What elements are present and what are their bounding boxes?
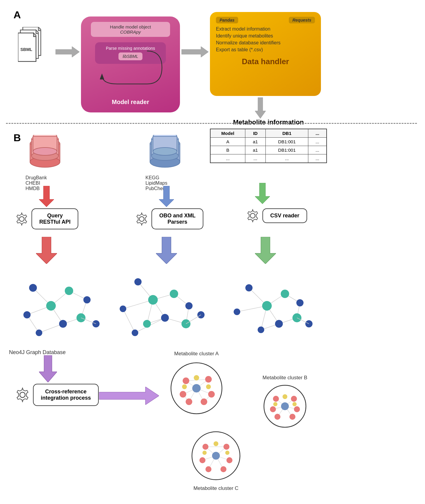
cluster-a-label: Metabolite cluster A — [168, 351, 225, 357]
table-cell: DB1:001 — [265, 138, 308, 146]
cluster-b-label: Metabolite cluster B — [261, 375, 309, 381]
dashed-divider — [6, 123, 417, 124]
svg-point-153 — [226, 457, 232, 463]
svg-point-49 — [65, 287, 73, 295]
table-header-db1: DB1 — [265, 129, 308, 138]
svg-point-92 — [245, 284, 253, 291]
svg-point-52 — [83, 296, 91, 303]
svg-marker-99 — [39, 355, 57, 382]
svg-point-33 — [19, 216, 24, 221]
gear-icon-csv — [246, 209, 259, 222]
query-api-box: Query RESTful API — [31, 208, 78, 229]
gear-icon-query — [15, 212, 28, 226]
arrow-green-down — [255, 183, 270, 205]
svg-point-131 — [273, 396, 279, 402]
svg-point-118 — [208, 391, 215, 398]
svg-point-136 — [283, 394, 287, 399]
svg-line-79 — [186, 315, 201, 324]
svg-point-77 — [132, 330, 138, 336]
db-label-chebi: CHEBI — [25, 180, 66, 186]
svg-point-34 — [139, 216, 144, 221]
svg-point-29 — [153, 148, 177, 155]
data-handler-list: Extract model information Identify uniqu… — [216, 26, 315, 52]
table-cell: ... — [308, 138, 327, 146]
svg-point-151 — [205, 466, 211, 472]
svg-point-112 — [192, 384, 201, 392]
large-arrow-blue — [156, 237, 177, 265]
gear-icon-obo — [135, 212, 148, 226]
svg-marker-10 — [181, 46, 208, 57]
data-handler-item-1: Extract model information — [216, 26, 315, 32]
db-blue-group: KEGG LipidMaps PubChem — [144, 135, 186, 191]
table-cell: ... — [265, 154, 308, 163]
data-handler-title: Data handler — [216, 57, 315, 66]
svg-point-73 — [134, 278, 142, 285]
svg-point-95 — [234, 309, 240, 315]
csv-reader-box: CSV reader — [262, 208, 307, 223]
svg-point-133 — [274, 414, 280, 420]
svg-marker-31 — [159, 186, 174, 207]
svg-point-137 — [273, 402, 277, 406]
arrow-red-down — [39, 186, 54, 208]
svg-point-54 — [23, 311, 31, 318]
svg-point-132 — [270, 406, 276, 412]
table-cell: a1 — [245, 146, 266, 154]
svg-point-94 — [275, 320, 283, 328]
csv-reader-group: CSV reader — [246, 208, 307, 223]
handle-model-bar: Handle model object COBRApy — [91, 22, 170, 37]
metabolite-info-title: Metabolite information — [210, 118, 327, 126]
requests-tag: Requests — [289, 17, 315, 23]
handle-model-text: Handle model object — [94, 24, 167, 29]
svg-marker-37 — [156, 237, 177, 264]
svg-point-130 — [291, 396, 297, 402]
sbml-files: S S SBML — [18, 27, 54, 70]
db-label-lipidmaps: LipidMaps — [145, 180, 186, 186]
svg-point-96 — [258, 327, 264, 333]
db-red-group: DrugBank CHEBI HMDB — [24, 135, 66, 191]
svg-point-70 — [170, 290, 178, 298]
svg-point-147 — [212, 452, 220, 460]
arrow-purple-down — [39, 355, 57, 383]
svg-point-134 — [289, 414, 295, 420]
table-cell: ... — [308, 146, 327, 154]
svg-point-90 — [281, 290, 289, 298]
svg-point-117 — [201, 398, 207, 405]
svg-line-65 — [123, 309, 135, 333]
large-arrow-green — [255, 237, 276, 265]
svg-point-113 — [205, 376, 212, 383]
table-cell: ... — [308, 154, 327, 163]
neo4j-label: Neo4J Graph Database — [9, 349, 66, 356]
table-header-ellipsis: ... — [308, 129, 327, 138]
svg-point-76 — [120, 306, 126, 312]
table-row: A a1 DB1:001 ... — [210, 138, 327, 146]
table-row: B a1 DB1:001 ... — [210, 146, 327, 154]
db-label-kegg: KEGG — [145, 175, 186, 180]
arrow-files-to-model — [55, 46, 79, 58]
metabolite-table: Model ID DB1 ... A a1 DB1:001 ... B a1 D… — [210, 129, 327, 163]
section-b-label: B — [13, 132, 21, 144]
svg-marker-32 — [255, 183, 270, 204]
svg-point-55 — [36, 330, 42, 336]
pandas-tag: Pandas — [216, 17, 238, 23]
svg-point-20 — [33, 148, 57, 155]
cluster-b-container: Metabolite cluster B — [261, 375, 309, 431]
svg-marker-101 — [99, 387, 159, 405]
table-cell: ... — [210, 154, 245, 163]
table-cell: ... — [245, 154, 266, 163]
arrow-handler-to-metab — [255, 97, 266, 120]
large-arrow-red — [36, 237, 57, 265]
model-reader-box: Handle model object COBRApy Parse missin… — [81, 16, 180, 112]
db-label-drugbank: DrugBank — [25, 175, 66, 180]
table-cell: a1 — [245, 138, 266, 146]
data-handler-box: Pandas Requests Extract model informatio… — [210, 12, 321, 96]
svg-point-149 — [202, 444, 208, 450]
svg-point-152 — [220, 466, 226, 472]
table-cell: B — [210, 146, 245, 154]
svg-marker-30 — [39, 186, 54, 207]
obo-xml-group: OBO and XML Parsers — [135, 208, 203, 229]
arrow-model-to-handler — [181, 46, 208, 58]
cobrapy-text: COBRApy — [94, 29, 167, 34]
svg-point-154 — [214, 441, 218, 446]
table-header-model: Model — [210, 129, 245, 138]
svg-marker-9 — [55, 46, 79, 57]
